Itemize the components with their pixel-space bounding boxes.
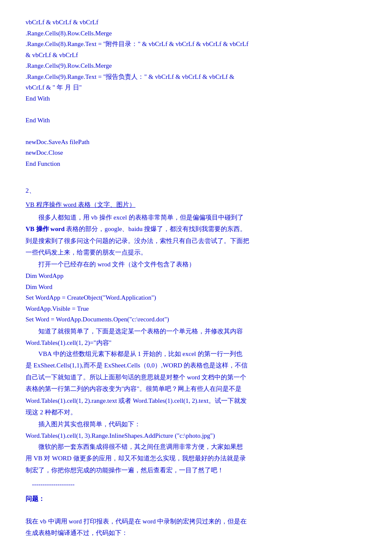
- code-line: WordApp.Visible = True: [26, 304, 366, 315]
- question-para-2: 生成表格时编译通不过，代码如下：: [26, 528, 366, 539]
- code-line: .Range.Cells(9).Row.Cells.Merge: [26, 61, 366, 72]
- code-line: Word.Tables(1).cell(1, 3).Range.InlineSh…: [26, 431, 366, 442]
- para-3: 到是搜索到了很多问这个问题的记录。没办法，索性只有自己去尝试了。下面把: [26, 236, 366, 247]
- article-heading[interactable]: VB 程序操作 word 表格（文字、图片）: [26, 199, 366, 211]
- para-text: 打开一个已经存在的 wrod 文件（这个文件包含了表格）: [26, 261, 195, 268]
- para-text-cont: 表格的部分，google、baidu 搜爆了，都没有找到我需要的东西。: [66, 225, 246, 232]
- para-text: 制宏了，你把你想完成的功能操作一遍，然后查看宏，一目了然了吧！: [26, 467, 224, 474]
- para-1: 很多人都知道，用 vb 操作 excel 的表格非常简单，但是偏偏项目中碰到了: [26, 212, 366, 223]
- code-line: Set WordApp = CreateObject("Word.Applica…: [26, 292, 366, 304]
- para-text: 自己试一下就知道了。所以上面那句话的意思就是对整个 word 文档中的第一个: [26, 374, 246, 381]
- code-line: vbCrLf & vbCrLf & vbCrLf: [26, 17, 366, 28]
- para-10: 表格的第一行第二列的内容改变为"内容"。很简单吧？网上有些人在问是不是: [26, 384, 366, 395]
- article-body: 很多人都知道，用 vb 操作 excel 的表格非常简单，但是偏偏项目中碰到了 …: [26, 212, 366, 539]
- code-block-save: newDoc.SaveAs filePath newDoc.Close End …: [26, 137, 366, 170]
- para-text: 插入图片其实也很简单，代码如下：: [26, 421, 141, 428]
- bold-part: VB 操作 word: [26, 225, 65, 232]
- article-title: VB 程序操作 word 表格（文字、图片）: [26, 201, 135, 208]
- para-2: VB 操作 word 表格的部分，google、baidu 搜爆了，都没有找到我…: [26, 224, 366, 235]
- para-text: VBA 中的这些数组元素下标都是从 1 开始的，比如 excel 的第一行一列也: [26, 350, 242, 357]
- code-block-1: vbCrLf & vbCrLf & vbCrLf .Range.Cells(8)…: [26, 17, 366, 104]
- code-line: Set Word = WordApp.Documents.Open("c:\re…: [26, 314, 366, 325]
- para-15: 用 VB 对 WORD 做更多的应用，却又不知道怎么实现，我想最好的办法就是录: [26, 453, 366, 464]
- para-text: 一些代码发上来，给需要的朋友一点提示。: [26, 249, 147, 256]
- code-line: End Function: [26, 159, 366, 170]
- para-14: 微软的那一套东西集成得很不错，其之间任意调用非常方便，大家如果想: [26, 442, 366, 453]
- para-6: 知道了就很简单了，下面是选定某一个表格的一个单元格，并修改其内容: [26, 326, 366, 337]
- page-content: vbCrLf & vbCrLf & vbCrLf .Range.Cells(8)…: [26, 17, 366, 539]
- code-line: Dim Word: [26, 282, 366, 293]
- para-text: 微软的那一套东西集成得很不错，其之间任意调用非常方便，大家如果想: [26, 443, 243, 450]
- para-8: 是 ExSheet.Cells(1,1),而不是 ExSheet.Cells（0…: [26, 360, 366, 371]
- section-number: 2、: [26, 185, 366, 197]
- code-line: Dim WordApp: [26, 271, 366, 282]
- code-line: newDoc.Close: [26, 147, 366, 159]
- para-text: 表格的第一行第二列的内容改变为"内容"。很简单吧？网上有些人在问是不是: [26, 385, 242, 392]
- para-text: 到是搜索到了很多问这个问题的记录。没办法，索性只有自己去尝试了。下面把: [26, 237, 249, 244]
- code-line: & vbCrLf & vbCrLf: [26, 50, 366, 61]
- question-label: 问题：: [26, 495, 45, 502]
- divider-line: --------------------: [26, 479, 366, 490]
- para-text: 知道了就很简单了，下面是选定某一个表格的一个单元格，并修改其内容: [26, 328, 243, 335]
- para-text: 用 VB 对 WORD 做更多的应用，却又不知道怎么实现，我想最好的办法就是录: [26, 455, 246, 462]
- para-text: 是 ExSheet.Cells(1,1),而不是 ExSheet.Cells（0…: [26, 362, 248, 369]
- end-with-1: End With: [26, 93, 366, 104]
- code-line: vbCrLf & " 年 月 日": [26, 82, 366, 93]
- para-4: 一些代码发上来，给需要的朋友一点提示。: [26, 247, 366, 258]
- para-text: 很多人都知道，用 vb 操作 excel 的表格非常简单，但是偏偏项目中碰到了: [26, 214, 244, 221]
- code-line: Word.Tables(1).cell(1, 2)="内容": [26, 338, 366, 349]
- para-16: 制宏了，你把你想完成的功能操作一遍，然后查看宏，一目了然了吧！: [26, 465, 366, 476]
- para-13: 插入图片其实也很简单，代码如下：: [26, 419, 366, 430]
- code-line: .Range.Cells(8).Range.Text = "附件目录：" & v…: [26, 39, 366, 50]
- para-5: 打开一个已经存在的 wrod 文件（这个文件包含了表格）: [26, 259, 366, 270]
- divider-text: --------------------: [26, 481, 75, 488]
- para-11: Word.Tables(1).cell(1, 2).range.text 或者 …: [26, 396, 366, 407]
- end-with-outer: End With: [26, 115, 366, 126]
- para-text: 现这 2 种都不对。: [26, 409, 77, 416]
- section-2: 2、: [26, 185, 366, 197]
- para-text: Word.Tables(1).cell(1, 2).range.text 或者 …: [26, 397, 247, 404]
- para-9: 自己试一下就知道了。所以上面那句话的意思就是对整个 word 文档中的第一个: [26, 372, 366, 383]
- code-line: .Range.Cells(8).Row.Cells.Merge: [26, 28, 366, 39]
- para-12: 现这 2 种都不对。: [26, 407, 366, 418]
- question-heading: 问题：: [26, 494, 366, 505]
- code-line: .Range.Cells(9).Range.Text = "报告负责人：" & …: [26, 72, 366, 83]
- para-7: VBA 中的这些数组元素下标都是从 1 开始的，比如 excel 的第一行一列也: [26, 349, 366, 360]
- para-text: 生成表格时编译通不过，代码如下：: [26, 529, 128, 536]
- para-text: 我在 vb 中调用 word 打印报表，代码是在 word 中录制的宏拷贝过来的…: [26, 518, 247, 525]
- code-line: End With: [26, 115, 366, 126]
- question-para-1: 我在 vb 中调用 word 打印报表，代码是在 word 中录制的宏拷贝过来的…: [26, 516, 366, 527]
- code-line: newDoc.SaveAs filePath: [26, 137, 366, 148]
